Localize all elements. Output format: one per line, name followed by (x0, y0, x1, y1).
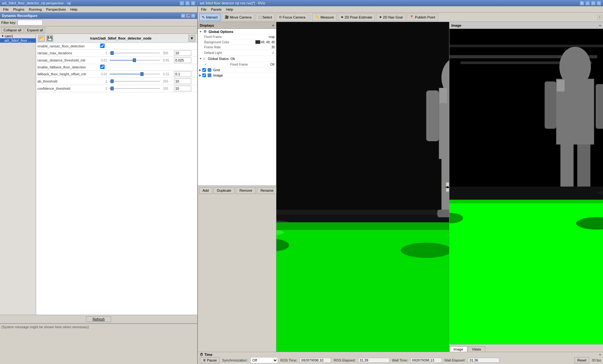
param-name-0: enable_ransac_floor_detection (36, 43, 99, 50)
duplicate-display-btn[interactable]: Duplicate (214, 187, 235, 194)
dynreconfig-pin-btn[interactable]: 📌 (186, 13, 190, 18)
pose-2d-btn[interactable]: ➤ 2D Pose Estimate (338, 13, 375, 21)
rviz-menu-file[interactable]: File (199, 7, 209, 12)
image-expand-icon: ▶ (199, 74, 201, 77)
select-btn[interactable]: ⬚ Select (256, 13, 275, 21)
param-input-5[interactable] (174, 78, 191, 84)
rviz-expand-btn[interactable]: + (597, 15, 602, 19)
rqt-close-btn[interactable]: × (191, 1, 195, 5)
ros-time-label: ROS Time: (280, 358, 297, 362)
param-input-1[interactable] (174, 50, 191, 56)
global-status-item[interactable]: ▼ ✓ Global Status: Ok (198, 56, 276, 62)
rqt-minimize-btn[interactable]: − (180, 1, 184, 5)
load-btn[interactable]: 📂 (38, 35, 45, 42)
rqt-maximize-btn[interactable]: □ (185, 1, 190, 5)
rqt-menu-plugins[interactable]: Plugins (11, 7, 26, 12)
param-slider-6[interactable] (108, 85, 162, 92)
move-camera-btn[interactable]: 🎥 Move Camera (222, 13, 254, 21)
gs-fixed-frame-sub[interactable]: ✓ Fixed Frame OK (198, 62, 276, 67)
tree-node[interactable]: adi_3dtof_floor ... (0, 38, 36, 43)
image-display-checkbox[interactable] (202, 73, 206, 77)
rviz-options-btn[interactable]: D (580, 1, 584, 5)
rviz-menu-help[interactable]: Help (224, 7, 235, 12)
param-slider-1[interactable] (108, 50, 162, 57)
param-input-2[interactable] (174, 57, 191, 63)
default-light-sub[interactable]: Default Light ✓ (198, 50, 276, 56)
displays-buttons-area: Add Duplicate Remove Rename (198, 185, 276, 195)
grid-checkbox[interactable] (202, 68, 206, 72)
fps-label: 30 fps (592, 358, 601, 362)
collapse-all-btn[interactable]: Collapse all (1, 27, 24, 33)
focus-camera-btn[interactable]: ⊙ Focus Camera (276, 13, 308, 21)
rqt-menu-perspectives[interactable]: Perspectives (44, 7, 68, 12)
fixed-frame-key: Fixed Frame (204, 35, 222, 39)
refresh-btn[interactable]: Refresh (86, 316, 111, 322)
time-panel-expand-btn[interactable]: + (599, 353, 601, 356)
param-min-2: 0.01 (99, 57, 108, 64)
gs-ff-val: OK (270, 63, 275, 66)
rviz-3d-viewport[interactable]: ◀▶ (276, 22, 449, 352)
image-tab[interactable]: Image (449, 346, 467, 352)
viewport-collapse-arrow[interactable]: ◀▶ (446, 182, 449, 192)
param-input-6[interactable] (174, 86, 191, 91)
fixed-frame-sub[interactable]: Fixed Frame map (198, 35, 276, 40)
param-min-1: 1 (99, 50, 108, 57)
measure-btn[interactable]: 📏 Measure (312, 13, 337, 21)
param-checkbox-3[interactable] (100, 65, 105, 69)
dynreconfig-options-btn[interactable]: D (181, 13, 185, 18)
rqt-menu-help[interactable]: Help (68, 7, 79, 12)
expand-collapse-row: Collapse all Expand all (0, 26, 197, 34)
expand-all-btn[interactable]: Expand all (25, 27, 45, 33)
param-row-0: enable_ransac_floor_detection (36, 43, 197, 50)
rviz-close-btn[interactable]: × (597, 1, 601, 5)
rename-display-btn[interactable]: Rename (257, 187, 277, 194)
bg-color-sub[interactable]: Background Color 48; 48; 48 (198, 40, 276, 45)
rviz-menu-panels[interactable]: Panels (209, 7, 224, 12)
add-display-btn[interactable]: Add (199, 187, 212, 194)
param-check-0[interactable] (99, 43, 108, 50)
publish-point-btn[interactable]: 📍 Publish Point (407, 13, 438, 21)
rviz-titlebar: adi 3dtof floor detector rqt rviz.rviz[*… (198, 0, 603, 6)
time-clock-icon: ⏱ (200, 353, 203, 356)
displays-tree: ▼ ⚙ Global Options Fixed Frame map (198, 29, 276, 185)
rqt-menu-file[interactable]: File (1, 7, 11, 12)
param-name-4: fallback_floor_height_offset_mtr (36, 71, 99, 78)
nav-goal-btn[interactable]: ➤ 2D Nav Goal (376, 13, 405, 21)
param-input-4[interactable] (174, 71, 191, 77)
global-options-item[interactable]: ▼ ⚙ Global Options (198, 29, 276, 35)
tree-cam1[interactable]: ▼ cam1 (0, 34, 36, 38)
sync-select[interactable]: Off Exact Approximate (250, 357, 278, 363)
param-slider-5[interactable] (108, 78, 162, 85)
filter-input[interactable] (18, 20, 43, 25)
default-light-key: Default Light (204, 51, 222, 55)
rqt-menu-running[interactable]: Running (27, 7, 44, 12)
wall-time-label: Wall Time: (392, 358, 408, 362)
reset-btn[interactable]: Reset (574, 357, 589, 363)
param-check-3[interactable] (99, 64, 108, 71)
ros-elapsed-label: ROS Elapsed: (334, 358, 356, 362)
bg-color-swatch[interactable] (255, 40, 260, 44)
param-slider-2[interactable] (108, 57, 162, 64)
image-panel-close-btn[interactable]: + (599, 24, 601, 27)
node-options-btn[interactable]: ▼ (188, 35, 195, 42)
param-slider-4[interactable] (108, 71, 162, 78)
save-btn[interactable]: 💾 (46, 35, 53, 42)
pause-btn[interactable]: ⏸ Pause (200, 357, 220, 363)
focus-camera-icon: ⊙ (279, 15, 282, 19)
interact-btn[interactable]: ↖ Interact (199, 13, 220, 21)
ros-time-value: 692870098.10 (300, 358, 331, 363)
rviz-minimize-btn[interactable]: − (585, 1, 590, 5)
grid-item[interactable]: ▶ Grid (198, 67, 276, 73)
displays-close-btn[interactable]: × (272, 24, 274, 27)
svg-rect-38 (577, 139, 590, 192)
param-checkbox-0[interactable] (100, 44, 105, 48)
dynreconfig-close-btn[interactable]: × (191, 13, 195, 18)
rviz-maximize-btn[interactable]: □ (591, 1, 595, 5)
global-options-expand-icon: ▼ (199, 30, 202, 33)
frame-rate-sub[interactable]: Frame Rate 30 (198, 45, 276, 50)
remove-display-btn[interactable]: Remove (236, 187, 256, 194)
image-display-item[interactable]: ▶ Image (198, 73, 276, 78)
ros-elapsed-value: 31.39 (358, 358, 389, 363)
views-tab[interactable]: Views (468, 346, 485, 352)
displays-header: Displays × (198, 22, 276, 29)
